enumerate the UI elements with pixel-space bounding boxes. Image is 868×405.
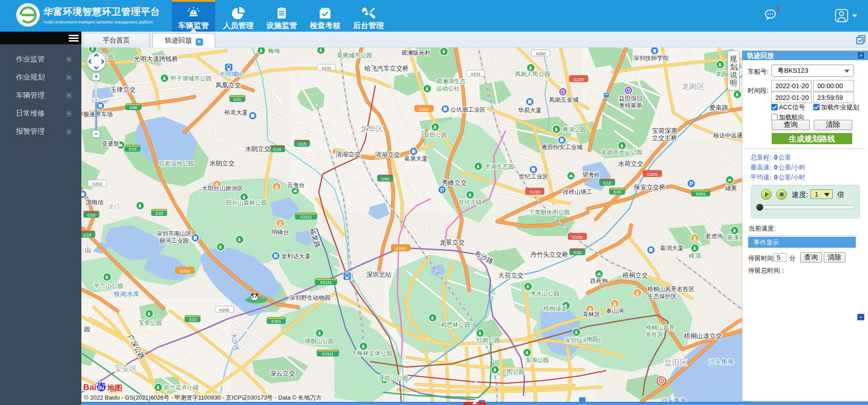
svg-text:甘坑古镇: 甘坑古镇 <box>458 199 482 206</box>
svg-text:哈飞汽车立交桥: 哈飞汽车立交桥 <box>364 65 409 72</box>
svg-text:X253: X253 <box>92 181 102 186</box>
svg-text:莲花山公园: 莲花山公园 <box>379 375 408 381</box>
svg-text:X231: X231 <box>471 71 481 76</box>
svg-text:排榜山塘工: 排榜山塘工 <box>563 188 592 195</box>
svg-text:望海岭: 望海岭 <box>582 171 600 178</box>
svg-text:水朗立交: 水朗立交 <box>245 145 270 152</box>
svg-text:山: 山 <box>85 246 91 253</box>
svg-text:G220: G220 <box>529 189 540 194</box>
svg-text:G205: G205 <box>647 172 657 177</box>
svg-text:地图: 地图 <box>107 384 123 392</box>
svg-text:G15: G15 <box>298 141 306 146</box>
svg-text:华易大厦: 华易大厦 <box>518 107 542 113</box>
svg-text:光明大道跨线桥: 光明大道跨线桥 <box>134 55 178 62</box>
svg-text:育林区: 育林区 <box>583 311 600 318</box>
svg-text:深圳北站: 深圳北站 <box>366 271 392 278</box>
svg-text:P: P <box>689 181 693 187</box>
svg-text:梅坳: 梅坳 <box>268 47 280 54</box>
svg-text:清湖立交: 清湖立交 <box>375 151 400 158</box>
svg-text:G15: G15 <box>273 147 281 152</box>
svg-text:龙岗区大运公园: 龙岗区大运公园 <box>601 149 642 155</box>
svg-text:龙岗区: 龙岗区 <box>682 82 705 91</box>
svg-text:丹竹头立交桥: 丹竹头立交桥 <box>530 251 568 258</box>
svg-text:老虎沟: 老虎沟 <box>705 233 723 240</box>
svg-text:下李朗休闲公园: 下李朗休闲公园 <box>529 209 570 216</box>
svg-text:P: P <box>440 187 444 193</box>
svg-text:雁田怡安工业城: 雁田怡安工业城 <box>542 144 583 151</box>
svg-text:S301: S301 <box>696 191 706 196</box>
svg-text:求水山公园: 求水山公园 <box>530 290 560 297</box>
svg-text:龙园: 龙园 <box>716 71 727 77</box>
svg-text:平湖生态园: 平湖生态园 <box>485 163 514 170</box>
svg-text:嘉泉大厦: 嘉泉大厦 <box>404 155 428 162</box>
svg-text:G205: G205 <box>572 235 582 240</box>
svg-text:新田公园: 新田公园 <box>424 132 447 138</box>
svg-text:S28: S28 <box>613 189 621 194</box>
svg-text:龙华区: 龙华区 <box>360 125 383 133</box>
svg-text:核达中远通: 核达中远通 <box>713 132 743 139</box>
svg-text:深圳技师学院: 深圳技师学院 <box>633 55 669 61</box>
svg-text:东湖公园: 东湖公园 <box>525 357 549 363</box>
svg-text:Bai: Bai <box>83 382 97 392</box>
svg-text:阳台山森林公园: 阳台山森林公园 <box>226 199 267 206</box>
svg-text:秀峰立交: 秀峰立交 <box>442 179 467 186</box>
svg-text:平峦山公园: 平峦山公园 <box>94 283 123 289</box>
svg-text:荷兰花卉小镇: 荷兰花卉小镇 <box>164 384 199 391</box>
svg-text:观澜版画村: 观澜版画村 <box>401 49 431 56</box>
svg-text:深圳野生动物园: 深圳野生动物园 <box>289 294 330 301</box>
svg-text:宝安区: 宝安区 <box>114 364 137 373</box>
svg-text:章阁城市公园: 章阁城市公园 <box>337 52 372 59</box>
svg-text:立交主桥: 立交主桥 <box>652 134 677 141</box>
svg-text:S33: S33 <box>189 317 197 322</box>
svg-text:X250: X250 <box>536 51 546 56</box>
svg-text:跌死狗: 跌死狗 <box>590 278 608 284</box>
svg-text:雁湖公园: 雁湖公园 <box>562 126 586 133</box>
svg-text:S31: S31 <box>234 97 241 102</box>
svg-text:S3111: S3111 <box>300 214 312 219</box>
svg-text:宝安公园: 宝安公园 <box>138 320 162 326</box>
svg-text:深云立交: 深云立交 <box>270 370 295 377</box>
svg-text:凤凰立交: 凤凰立交 <box>216 81 241 89</box>
svg-text:岖离: 岖离 <box>725 185 737 192</box>
svg-text:金利达大厦: 金利达大厦 <box>281 253 311 259</box>
svg-text:爱南路: 爱南路 <box>709 104 728 111</box>
svg-text:国电信: 国电信 <box>86 199 104 206</box>
svg-text:S301: S301 <box>271 319 281 324</box>
svg-text:人民公园: 人民公园 <box>501 368 524 375</box>
svg-text:沙头角海: 沙头角海 <box>708 358 734 365</box>
svg-text:大芬立交: 大芬立交 <box>498 272 524 279</box>
svg-text:梧桐山风景: 梧桐山风景 <box>646 324 675 331</box>
svg-text:水荷立交: 水荷立交 <box>618 160 643 167</box>
svg-text:石岩湿地公园: 石岩湿地公园 <box>159 160 194 167</box>
svg-text:光明城站: 光明城站 <box>219 71 243 77</box>
svg-text:亚婆髻: 亚婆髻 <box>102 140 120 147</box>
svg-text:下梅林文体公园: 下梅林文体公园 <box>351 350 392 357</box>
svg-text:S360: S360 <box>396 246 406 251</box>
svg-text:凤岗五金城: 凤岗五金城 <box>549 96 579 103</box>
svg-text:G94: G94 <box>381 176 389 181</box>
svg-text:物园: 物园 <box>586 335 598 342</box>
svg-text:甲子塘城市公园: 甲子塘城市公园 <box>170 75 212 82</box>
svg-text:奥特莱斯: 奥特莱斯 <box>619 102 642 109</box>
svg-text:云海台: 云海台 <box>287 182 305 188</box>
svg-text:X256: X256 <box>219 307 229 312</box>
svg-text:S3111: S3111 <box>322 351 334 356</box>
svg-text:运动公社: 运动公社 <box>436 85 460 92</box>
svg-text:深圳市南山区: 深圳市南山区 <box>156 230 192 237</box>
svg-text:G15: G15 <box>603 180 611 185</box>
svg-text:玉律立交: 玉律立交 <box>110 86 136 93</box>
svg-text:梧桐山道立交: 梧桐山道立交 <box>684 332 722 339</box>
svg-text:du: du <box>98 385 104 391</box>
svg-text:清湖立交: 清湖立交 <box>335 151 361 158</box>
svg-text:G220: G220 <box>573 77 584 82</box>
svg-text:丽河工业园: 丽河工业园 <box>160 237 189 244</box>
svg-text:相思林公园: 相思林公园 <box>440 321 470 328</box>
svg-text:世纪工业区: 世纪工业区 <box>519 173 548 180</box>
svg-text:梧桐立交: 梧桐立交 <box>622 272 648 279</box>
svg-text:S359: S359 <box>180 268 190 273</box>
svg-text:梧桐绿道: 梧桐绿道 <box>543 305 567 312</box>
svg-text:1: 1 <box>777 6 780 12</box>
svg-text:X231: X231 <box>321 66 331 71</box>
svg-text:S33: S33 <box>156 211 163 216</box>
svg-text:明镜台: 明镜台 <box>272 229 289 235</box>
